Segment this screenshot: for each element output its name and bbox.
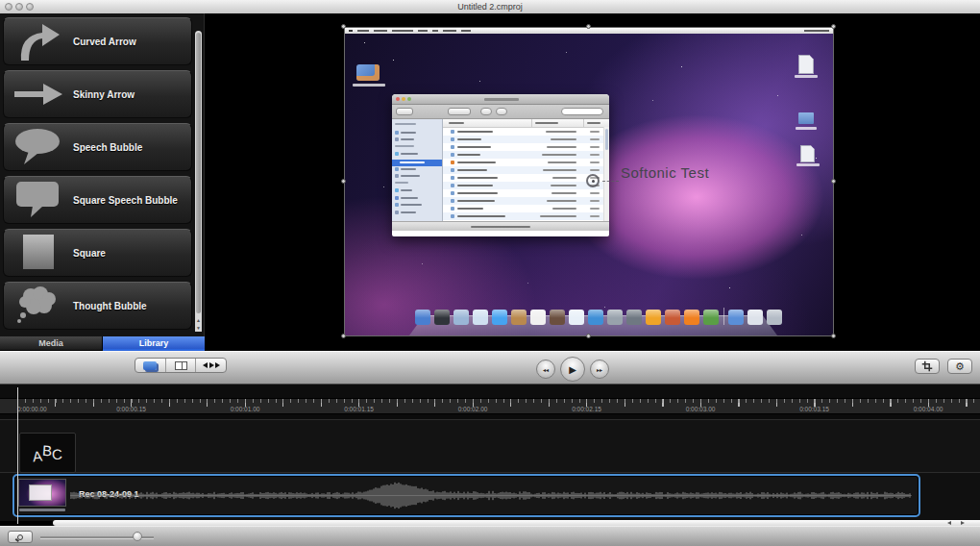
recorded-file-label-2 xyxy=(796,163,820,166)
ruler-label: 0:00:01.15 xyxy=(344,406,374,412)
recorded-file-icon-2 xyxy=(800,145,815,162)
recorded-file-icon xyxy=(798,55,814,74)
window-titlebar: Untitled 2.cmproj xyxy=(0,0,980,14)
speech-bubble-icon xyxy=(4,126,73,168)
gear-icon: ⚙ xyxy=(955,360,965,373)
recorded-desktop-icon-label xyxy=(353,84,385,87)
application-window: Untitled 2.cmproj Curved ArrowSkinny Arr… xyxy=(0,0,980,546)
dock-app-icon xyxy=(767,310,782,325)
media-library-segment[interactable] xyxy=(135,359,166,372)
shape-item-square[interactable]: Square xyxy=(3,229,192,277)
recorded-dock xyxy=(415,306,772,325)
recorded-finder-window xyxy=(392,94,609,236)
dock-app-icon xyxy=(703,310,719,325)
tab-library[interactable]: Library xyxy=(103,336,205,350)
library-scrollbar-thumb[interactable] xyxy=(196,33,201,313)
dock-app-icon xyxy=(492,310,507,325)
rewind-button[interactable]: ◂◂ xyxy=(536,360,555,379)
callout-connector-line xyxy=(602,181,619,182)
library-scrollbar[interactable] xyxy=(195,31,202,331)
timeline-header: 0:00:00.00 xyxy=(0,385,980,398)
thought-bubble-icon xyxy=(4,285,73,327)
text-clip-letter: C xyxy=(52,445,63,462)
clip-filename xyxy=(19,509,65,511)
dock-app-icon xyxy=(550,310,565,325)
wallpaper-stars xyxy=(364,42,365,43)
dock-app-icon xyxy=(434,310,450,325)
dock-app-icon xyxy=(530,310,546,325)
timeline-zoom-bar xyxy=(0,526,980,546)
selection-handle-n[interactable] xyxy=(586,24,591,29)
scroll-down-arrow-icon[interactable]: ▼ xyxy=(195,325,202,332)
recorded-desktop-icon xyxy=(356,64,380,81)
recorded-file-label xyxy=(795,75,818,78)
selection-handle-sw[interactable] xyxy=(341,334,346,338)
callout-dot xyxy=(592,180,595,183)
timeline-ruler[interactable]: 0:00:00.000:00:00.150:00:01.000:00:01.15… xyxy=(0,398,980,414)
finder-statusbar xyxy=(392,221,609,231)
shape-item-square-speech-bubble[interactable]: Square Speech Bubble xyxy=(3,176,192,224)
scroll-left-arrow-icon[interactable] xyxy=(947,521,951,525)
dock-app-icon xyxy=(646,310,661,325)
callout-text[interactable]: Softonic Test xyxy=(621,164,709,181)
shape-item-speech-bubble[interactable]: Speech Bubble xyxy=(3,123,192,171)
annotation-track[interactable] xyxy=(0,419,980,472)
ruler-label: 0:00:03.00 xyxy=(686,406,716,412)
ruler-label: 0:00:00.15 xyxy=(116,406,146,412)
ruler-label: 0:00:02.15 xyxy=(572,406,601,412)
scroll-up-arrow-icon[interactable]: ▲ xyxy=(195,317,202,324)
window-close-button[interactable] xyxy=(5,3,12,11)
dock-app-icon xyxy=(511,310,527,325)
window-title: Untitled 2.cmproj xyxy=(0,0,980,13)
selection-handle-nw[interactable] xyxy=(341,24,346,29)
finder-file-list xyxy=(443,119,609,221)
dock-app-icon xyxy=(665,310,680,325)
crop-icon xyxy=(921,360,933,372)
play-button[interactable]: ▶ xyxy=(560,357,585,382)
window-zoom-button[interactable] xyxy=(26,3,34,11)
settings-button[interactable]: ⚙ xyxy=(947,359,972,374)
square-icon xyxy=(4,232,73,274)
skinny-arrow-icon xyxy=(4,73,73,115)
dock-app-icon xyxy=(747,310,763,325)
shape-item-label: Speech Bubble xyxy=(73,142,142,153)
shape-item-label: Curved Arrow xyxy=(73,37,136,47)
shape-item-label: Skinny Arrow xyxy=(73,89,135,100)
window-minimize-button[interactable] xyxy=(15,3,23,11)
selection-handle-ne[interactable] xyxy=(831,24,836,29)
timeline-arrows-segment[interactable] xyxy=(196,359,226,372)
shape-item-thought-bubble[interactable]: Thought Bubble xyxy=(3,282,192,330)
scroll-right-arrow-icon[interactable] xyxy=(961,521,965,525)
text-annotation-clip[interactable]: ABC xyxy=(19,433,76,473)
shape-item-curved-arrow[interactable]: Curved Arrow xyxy=(3,17,192,65)
tab-media[interactable]: Media xyxy=(0,336,103,350)
zoom-button[interactable] xyxy=(8,531,33,543)
dock-app-icon xyxy=(453,310,469,325)
square-speech-bubble-icon xyxy=(4,179,73,221)
preview-canvas[interactable]: Softonic Test xyxy=(205,13,980,351)
shape-item-label: Thought Bubble xyxy=(73,301,147,311)
dock-app-icon xyxy=(684,310,699,325)
zoom-slider-thumb[interactable] xyxy=(133,532,142,541)
fast-forward-button[interactable]: ▸▸ xyxy=(590,360,609,379)
finder-titlebar xyxy=(392,94,609,105)
selection-handle-s[interactable] xyxy=(586,334,591,338)
finder-toolbar xyxy=(392,105,609,119)
library-panel: Curved ArrowSkinny ArrowSpeech BubbleSqu… xyxy=(0,13,205,336)
playhead-line[interactable] xyxy=(17,387,18,524)
shape-item-skinny-arrow[interactable]: Skinny Arrow xyxy=(3,70,192,118)
selection-handle-e[interactable] xyxy=(831,179,836,184)
shape-item-label: Square xyxy=(73,248,106,259)
shape-item-label: Square Speech Bubble xyxy=(73,195,178,206)
screen-recording-clip[interactable]: Rec 08-24-09 1 xyxy=(12,474,920,517)
selection-handle-se[interactable] xyxy=(831,334,836,338)
storyboard-segment[interactable] xyxy=(166,359,197,372)
curved-arrow-icon xyxy=(4,20,73,62)
selection-handle-w[interactable] xyxy=(341,179,346,184)
dock-app-icon xyxy=(728,310,744,325)
magnifier-icon xyxy=(17,534,23,540)
crop-button[interactable] xyxy=(915,359,940,374)
view-segmented-control xyxy=(135,358,227,373)
video-frame[interactable]: Softonic Test xyxy=(344,27,834,336)
audio-waveform xyxy=(70,476,916,515)
